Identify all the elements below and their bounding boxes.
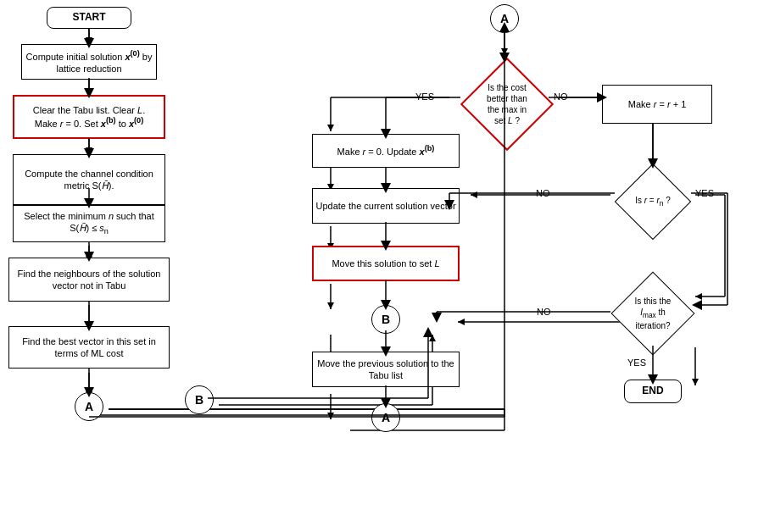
svg-marker-43 xyxy=(429,335,436,341)
node-increment-r-label: Make r = r + 1 xyxy=(628,98,687,110)
label-yes-d1: YES xyxy=(415,91,434,102)
svg-marker-1 xyxy=(86,37,92,44)
node-find-neighbours-label: Find the neighbours of the solution vect… xyxy=(9,268,169,292)
label-yes-d2: YES xyxy=(695,188,714,198)
diamond-cost-text: Is the costbetter thanthe max inset L ? xyxy=(487,82,527,126)
circle-b2: B xyxy=(371,305,400,334)
start-node: START xyxy=(47,7,131,29)
svg-marker-45 xyxy=(501,48,508,55)
circle-a-bottom-left: A xyxy=(75,392,103,421)
node-clear-tabu-label: Clear the Tabu list. Clear L.Make r = 0.… xyxy=(33,104,146,130)
node-make-r0: Make r = 0. Update x(b) xyxy=(312,134,460,168)
flowchart: START Compute initial solution x(0) by l… xyxy=(0,0,758,532)
label-no-d1: NO xyxy=(554,91,568,102)
diamond-r-text: Is r = rn ? xyxy=(635,195,671,208)
label-no-d2: NO xyxy=(536,188,550,198)
node-move-to-set: Move this solution to set L xyxy=(312,246,460,281)
node-update-solution: Update the current solution vector xyxy=(312,188,460,224)
circle-b2-label: B xyxy=(382,313,390,326)
svg-marker-5 xyxy=(86,147,92,154)
start-label: START xyxy=(72,11,105,25)
svg-marker-35 xyxy=(692,379,699,385)
svg-marker-40 xyxy=(695,293,702,300)
circle-b1-label: B xyxy=(195,393,203,407)
node-update-solution-label: Update the current solution vector xyxy=(315,200,455,212)
node-make-r0-label: Make r = 0. Update x(b) xyxy=(337,144,435,158)
svg-marker-28 xyxy=(327,413,334,419)
node-clear-tabu: Clear the Tabu list. Clear L.Make r = 0.… xyxy=(13,95,165,139)
circle-a1-label: A xyxy=(85,400,93,413)
label-no-d3: NO xyxy=(537,307,551,317)
svg-marker-3 xyxy=(86,88,92,95)
node-increment-r: Make r = r + 1 xyxy=(602,85,712,124)
node-move-tabu: Move the previous solution to the Tabu l… xyxy=(312,352,460,387)
svg-marker-37 xyxy=(458,319,465,325)
circle-a-top-label: A xyxy=(500,12,509,25)
node-find-best: Find the best vector in this set in term… xyxy=(8,326,170,369)
node-move-to-set-label: Move this solution to set L xyxy=(332,258,439,269)
diamond-cost-check: Is the costbetter thanthe max inset L ? xyxy=(460,58,554,151)
node-compute-initial: Compute initial solution x(0) by lattice… xyxy=(21,44,157,80)
svg-marker-16 xyxy=(327,125,334,131)
circle-a-top: A xyxy=(490,4,519,33)
node-find-neighbours: Find the neighbours of the solution vect… xyxy=(8,258,170,302)
diamond-imax-text: Is this theImax thiteration? xyxy=(635,296,672,331)
circle-b-left: B xyxy=(185,385,214,414)
circle-a2-label: A xyxy=(382,411,390,424)
node-select-min-label: Select the minimum n such that S(H̃) ≤ s… xyxy=(14,210,164,237)
label-yes-d3: YES xyxy=(627,357,646,368)
node-channel-label: Compute the channel condition metric S(H… xyxy=(14,168,164,192)
node-compute-initial-label: Compute initial solution x(0) by lattice… xyxy=(22,49,156,75)
node-select-min: Select the minimum n such that S(H̃) ≤ s… xyxy=(13,205,165,242)
diamond-imax-check: Is this theImax thiteration? xyxy=(610,271,695,356)
svg-marker-24 xyxy=(327,302,334,309)
node-move-tabu-label: Move the previous solution to the Tabu l… xyxy=(313,357,459,382)
node-channel-condition: Compute the channel condition metric S(H… xyxy=(13,154,165,205)
end-label: END xyxy=(642,385,663,398)
svg-marker-33 xyxy=(471,191,477,198)
circle-a-bottom-mid: A xyxy=(371,403,400,432)
end-node: END xyxy=(624,380,682,403)
node-find-best-label: Find the best vector in this set in term… xyxy=(9,335,169,360)
diamond-r-check: Is r = rn ? xyxy=(615,163,691,240)
